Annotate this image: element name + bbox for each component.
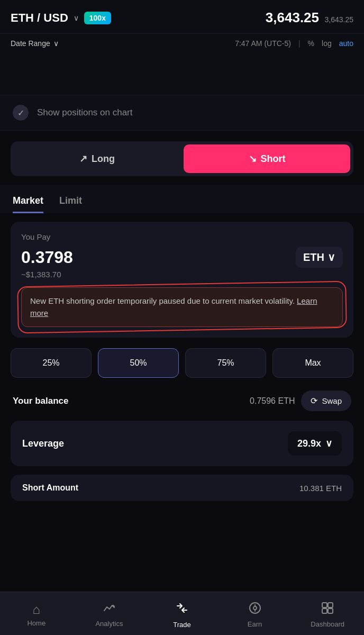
nav-item-trade[interactable]: Trade: [145, 597, 219, 632]
leverage-card[interactable]: Leverage 29.9x ∨: [11, 421, 353, 466]
header-price: 3,643.25 3,643.25: [266, 10, 353, 26]
svg-rect-3: [322, 609, 327, 613]
percentage-buttons: 25% 50% 75% Max: [11, 348, 353, 378]
short-label: Short: [261, 153, 286, 165]
long-button[interactable]: ↗ Long: [14, 144, 180, 173]
nav-label-analytics: Analytics: [95, 620, 123, 628]
short-amount-value: 10.381 ETH: [299, 484, 342, 493]
long-short-toggle: ↗ Long ↘ Short: [11, 141, 353, 176]
chart-log[interactable]: log: [322, 39, 332, 48]
nav-item-analytics[interactable]: Analytics: [73, 598, 146, 631]
pct-75-button[interactable]: 75%: [185, 348, 266, 378]
balance-right: 0.7596 ETH ⟳ Swap: [250, 391, 351, 411]
pay-amount[interactable]: 0.3798: [21, 248, 73, 267]
nav-item-earn[interactable]: Earn: [219, 598, 292, 631]
dashboard-icon: [321, 601, 334, 618]
svg-rect-4: [328, 609, 333, 613]
nav-label-trade: Trade: [173, 621, 190, 629]
short-button[interactable]: ↘ Short: [184, 144, 350, 173]
price-sub: 3,643.25: [325, 15, 354, 24]
pay-label: You Pay: [21, 232, 343, 241]
chart-percent[interactable]: %: [308, 39, 314, 48]
short-amount-label: Short Amount: [22, 483, 78, 493]
swap-button[interactable]: ⟳ Swap: [301, 391, 351, 411]
order-type-tabs: Market Limit: [0, 185, 364, 213]
long-label: Long: [92, 153, 115, 165]
analytics-icon: [103, 602, 115, 618]
bottom-navigation: ⌂ Home Analytics Trade Earn: [0, 592, 364, 635]
tab-limit[interactable]: Limit: [59, 195, 82, 213]
currency-chevron-icon: ∨: [327, 251, 335, 264]
date-range-selector[interactable]: Date Range ∨: [11, 39, 59, 48]
trading-pair[interactable]: ETH / USD: [11, 11, 68, 25]
chart-time: 7:47 AM (UTC-5): [235, 39, 291, 48]
currency-selector[interactable]: ETH ∨: [296, 247, 343, 268]
nav-label-home: Home: [27, 619, 46, 627]
leverage-badge[interactable]: 100x: [84, 12, 111, 24]
nav-item-dashboard[interactable]: Dashboard: [291, 598, 364, 631]
trade-icon: [175, 601, 189, 619]
positions-bar[interactable]: ✓ Show positions on chart: [0, 95, 364, 131]
chart-controls-bar: Date Range ∨ 7:47 AM (UTC-5) | % log aut…: [0, 33, 364, 53]
red-circle-annotation: [17, 281, 347, 334]
leverage-value: 29.9x: [297, 438, 321, 449]
check-icon: ✓: [17, 108, 24, 118]
pct-max-button[interactable]: Max: [272, 348, 353, 378]
chart-auto[interactable]: auto: [339, 39, 353, 48]
header: ETH / USD ∨ 100x 3,643.25 3,643.25: [0, 0, 364, 33]
nav-label-earn: Earn: [248, 620, 262, 628]
balance-value: 0.7596 ETH: [250, 396, 295, 406]
pair-chevron-icon[interactable]: ∨: [74, 14, 79, 22]
swap-label: Swap: [322, 396, 342, 405]
positions-checkbox[interactable]: ✓: [13, 105, 29, 121]
warning-text: New ETH shorting order temporarily pause…: [30, 296, 295, 305]
price-main: 3,643.25: [266, 10, 319, 25]
tab-market[interactable]: Market: [13, 195, 43, 213]
pay-row: 0.3798 ETH ∨: [21, 247, 343, 268]
svg-rect-2: [328, 603, 333, 607]
earn-icon: [248, 601, 262, 618]
swap-icon: ⟳: [311, 396, 317, 406]
date-range-chevron-icon: ∨: [53, 39, 59, 48]
chart-options: 7:47 AM (UTC-5) | % log auto: [235, 39, 353, 48]
pct-25-button[interactable]: 25%: [11, 348, 92, 378]
long-icon: ↗: [79, 153, 87, 165]
currency-label: ETH: [303, 251, 324, 264]
header-left: ETH / USD ∨ 100x: [11, 11, 111, 25]
trade-card: You Pay 0.3798 ETH ∨ ~$1,383.70 New ETH …: [11, 222, 353, 338]
leverage-chevron-icon: ∨: [325, 438, 332, 449]
short-icon: ↘: [249, 153, 257, 165]
chart-area: [0, 53, 364, 95]
svg-point-0: [250, 603, 260, 613]
date-range-label: Date Range: [11, 39, 50, 48]
warning-box: New ETH shorting order temporarily pause…: [21, 287, 343, 327]
home-icon: ⌂: [33, 602, 41, 617]
balance-row: Your balance 0.7596 ETH ⟳ Swap: [0, 381, 364, 421]
nav-item-home[interactable]: ⌂ Home: [0, 599, 73, 630]
pct-50-button[interactable]: 50%: [98, 348, 179, 378]
leverage-selector[interactable]: 29.9x ∨: [288, 431, 342, 456]
nav-label-dashboard: Dashboard: [311, 620, 344, 628]
divider: |: [298, 39, 301, 48]
positions-label: Show positions on chart: [37, 107, 133, 118]
leverage-label: Leverage: [22, 438, 64, 449]
short-amount-card: Short Amount 10.381 ETH: [11, 475, 353, 501]
warning-container: New ETH shorting order temporarily pause…: [21, 287, 343, 327]
balance-label: Your balance: [13, 396, 69, 406]
usd-value: ~$1,383.70: [21, 270, 343, 279]
svg-rect-1: [322, 603, 327, 607]
